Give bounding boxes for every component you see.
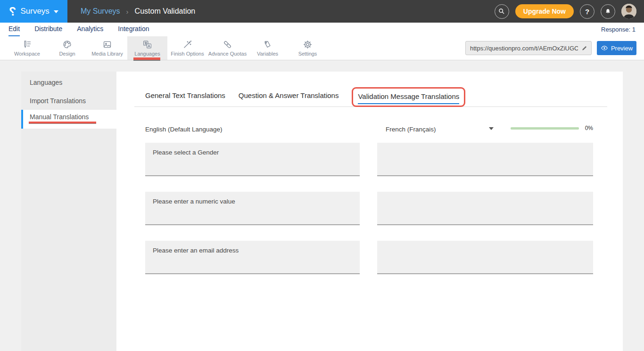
toolbar-item-advance-quotas[interactable]: Advance Quotas bbox=[207, 36, 248, 60]
target-language-dropdown[interactable]: French (Français) bbox=[377, 126, 436, 133]
source-text-gender: Please select a Gender bbox=[145, 143, 360, 176]
target-text-gender-input[interactable] bbox=[377, 143, 593, 176]
search-icon bbox=[498, 8, 505, 15]
variables-icon bbox=[263, 40, 272, 49]
toolbar-label: Settings bbox=[298, 51, 317, 57]
breadcrumb-my-surveys[interactable]: My Surveys bbox=[81, 7, 120, 16]
tab-question-answer-translations[interactable]: Question & Answer Translations bbox=[239, 91, 339, 105]
language-columns-header: English (Default Language) French (Franç… bbox=[145, 125, 593, 133]
sidebar-item-label: Import Translations bbox=[30, 97, 86, 105]
settings-icon bbox=[303, 40, 313, 49]
toolbar-label: Finish Options bbox=[171, 51, 204, 57]
breadcrumb-separator: › bbox=[126, 8, 129, 16]
top-header: ? Surveys My Surveys › Custom Validation… bbox=[0, 0, 644, 23]
toolbar-label: Media Library bbox=[91, 51, 123, 57]
toolbar-label: Variables bbox=[257, 51, 278, 57]
toolbar-label: Languages bbox=[134, 51, 160, 57]
translation-progress-bar bbox=[511, 127, 579, 130]
translation-row: Please enter a numeric value bbox=[145, 192, 593, 225]
survey-subnav: Edit Distribute Analytics Integration Re… bbox=[0, 23, 644, 36]
annotation-red-underline bbox=[29, 122, 96, 123]
chevron-down-icon bbox=[54, 10, 58, 13]
workspace-icon bbox=[22, 40, 32, 49]
sidebar-item-manual-translations[interactable]: Manual Translations bbox=[21, 110, 116, 129]
translation-row: Please select a Gender bbox=[145, 143, 593, 176]
languages-panel: Languages Import Translations Manual Tra… bbox=[21, 72, 623, 351]
target-text-numeric-input[interactable] bbox=[377, 192, 593, 225]
advance-quotas-icon bbox=[223, 40, 232, 49]
search-button[interactable] bbox=[495, 4, 509, 19]
edit-toolbar: Workspace Design Media Library Languages… bbox=[0, 36, 644, 60]
user-avatar[interactable] bbox=[621, 4, 636, 19]
source-text-email: Please enter an email address bbox=[145, 241, 360, 274]
response-count: Response: 1 bbox=[601, 26, 636, 33]
pencil-icon bbox=[581, 45, 588, 51]
tab-analytics[interactable]: Analytics bbox=[77, 23, 103, 36]
preview-label: Preview bbox=[611, 45, 633, 52]
toolbar-item-media-library[interactable]: Media Library bbox=[87, 36, 127, 60]
translations-content: General Text Translations Question & Ans… bbox=[116, 72, 623, 351]
toolbar-label: Workspace bbox=[14, 51, 40, 57]
chevron-down-icon[interactable] bbox=[489, 127, 494, 130]
toolbar-item-variables[interactable]: Variables bbox=[248, 36, 288, 60]
tab-general-text-translations[interactable]: General Text Translations bbox=[145, 91, 225, 105]
toolbar-right: https://questionpro.com/t/AEmOxZiUGC Pre… bbox=[465, 36, 644, 60]
sidebar-item-label: Languages bbox=[30, 79, 62, 86]
toolbar-item-languages[interactable]: Languages bbox=[127, 36, 167, 60]
upgrade-now-button[interactable]: Upgrade Now bbox=[515, 4, 574, 18]
toolbar-item-settings[interactable]: Settings bbox=[288, 36, 328, 60]
toolbar-item-finish-options[interactable]: Finish Options bbox=[167, 36, 207, 60]
bell-icon bbox=[604, 8, 611, 15]
languages-icon bbox=[142, 40, 152, 49]
annotation-red-underline bbox=[133, 57, 160, 60]
translation-tabs: General Text Translations Question & Ans… bbox=[145, 91, 593, 105]
annotation-red-box: Validation Message Translations bbox=[352, 87, 465, 107]
toolbar-label: Advance Quotas bbox=[208, 51, 247, 57]
edit-url-button[interactable] bbox=[578, 41, 591, 55]
sidebar-item-languages[interactable]: Languages bbox=[21, 73, 116, 91]
breadcrumb: My Surveys › Custom Validation bbox=[81, 7, 195, 16]
toolbar-label: Design bbox=[59, 51, 75, 57]
source-text-numeric: Please enter a numeric value bbox=[145, 192, 360, 225]
sidebar-item-label: Manual Translations bbox=[30, 113, 89, 121]
survey-url-value[interactable]: https://questionpro.com/t/AEmOxZiUGC bbox=[466, 45, 578, 52]
help-button[interactable]: ? bbox=[580, 4, 594, 19]
avatar-photo bbox=[621, 4, 636, 19]
design-icon bbox=[62, 40, 72, 49]
source-language-label: English (Default Language) bbox=[145, 126, 223, 133]
languages-sidebar: Languages Import Translations Manual Tra… bbox=[21, 72, 116, 351]
target-text-email-input[interactable] bbox=[377, 241, 593, 274]
survey-url-field[interactable]: https://questionpro.com/t/AEmOxZiUGC bbox=[465, 41, 592, 55]
finish-options-icon bbox=[182, 40, 192, 49]
eye-icon bbox=[601, 44, 608, 52]
help-icon: ? bbox=[585, 8, 589, 16]
page-body: Languages Import Translations Manual Tra… bbox=[0, 60, 644, 351]
toolbar-item-design[interactable]: Design bbox=[47, 36, 87, 60]
breadcrumb-current-survey: Custom Validation bbox=[135, 7, 196, 16]
translation-row: Please enter an email address bbox=[145, 241, 593, 274]
product-switcher[interactable]: ? Surveys bbox=[0, 0, 67, 23]
sidebar-item-import-translations[interactable]: Import Translations bbox=[21, 91, 116, 110]
header-actions: Upgrade Now ? bbox=[495, 4, 644, 19]
tab-validation-message-translations[interactable]: Validation Message Translations bbox=[358, 92, 459, 104]
media-library-icon bbox=[102, 40, 112, 49]
tab-integration[interactable]: Integration bbox=[118, 23, 149, 36]
translation-progress-percent: 0% bbox=[585, 125, 593, 131]
notifications-button[interactable] bbox=[601, 4, 615, 19]
toolbar-item-workspace[interactable]: Workspace bbox=[7, 36, 47, 60]
tab-distribute[interactable]: Distribute bbox=[34, 23, 62, 36]
preview-button[interactable]: Preview bbox=[597, 41, 636, 55]
product-name: Surveys bbox=[20, 7, 49, 16]
tab-edit[interactable]: Edit bbox=[8, 23, 20, 36]
questionpro-logo-icon: ? bbox=[9, 6, 16, 17]
